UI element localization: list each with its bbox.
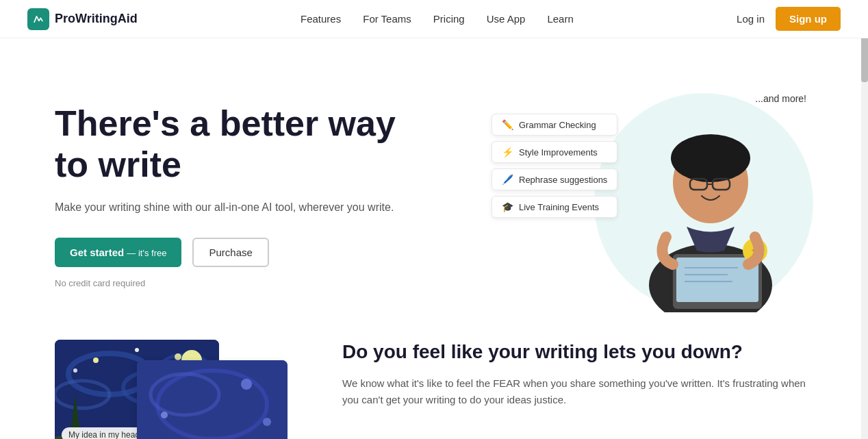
- nav-link-use-app[interactable]: Use App: [487, 13, 526, 25]
- signup-button[interactable]: Sign up: [776, 7, 841, 31]
- feature-card-rephrase: 🖊️ Rephrase suggestions: [492, 168, 617, 190]
- nav-link-pricing[interactable]: Pricing: [433, 13, 465, 25]
- feature-cards: ✏️ Grammar Checking ⚡ Style Improvements…: [492, 114, 617, 218]
- nav-link-features[interactable]: Features: [301, 13, 341, 25]
- hero-buttons: Get started — it's free Purchase: [55, 238, 411, 267]
- hero-title: There's a better way to write: [55, 103, 411, 186]
- feature-card-grammar: ✏️ Grammar Checking: [492, 114, 617, 136]
- second-section: My idea in my head Do you feel like your…: [0, 340, 868, 439]
- logo-text: ProWritingAid: [55, 12, 138, 26]
- svg-point-30: [241, 379, 252, 390]
- get-started-note: — it's free: [127, 248, 166, 258]
- nav-link-learn[interactable]: Learn: [547, 13, 573, 25]
- hero-no-cc-note: No credit card required: [55, 278, 411, 288]
- nav-item-learn[interactable]: Learn: [547, 13, 573, 25]
- login-button[interactable]: Log in: [737, 13, 765, 25]
- navbar: ProWritingAid Features For Teams Pricing…: [0, 0, 868, 38]
- nav-item-pricing[interactable]: Pricing: [433, 13, 465, 25]
- idea-badge: My idea in my head: [62, 427, 146, 439]
- feature-card-style: ⚡ Style Improvements: [492, 141, 617, 163]
- nav-actions: Log in Sign up: [737, 7, 841, 31]
- nav-item-features[interactable]: Features: [301, 13, 341, 25]
- page-scrollbar[interactable]: [861, 0, 868, 439]
- grammar-label: Grammar Checking: [519, 120, 596, 130]
- hero-person-illustration: ✦: [622, 93, 800, 312]
- svg-point-20: [175, 353, 181, 360]
- svg-point-31: [161, 412, 168, 418]
- hero-illustration: ...and more! ✏️ Grammar Checking ⚡ Style…: [485, 79, 813, 312]
- nav-links: Features For Teams Pricing Use App Learn: [301, 13, 574, 25]
- hero-subtitle: Make your writing shine with our all-in-…: [55, 199, 411, 216]
- hero-right: ...and more! ✏️ Grammar Checking ⚡ Style…: [485, 79, 813, 312]
- training-label: Live Training Events: [519, 202, 599, 212]
- svg-point-21: [135, 348, 139, 352]
- purchase-button[interactable]: Purchase: [192, 238, 268, 267]
- get-started-button[interactable]: Get started — it's free: [55, 238, 181, 267]
- style-icon: ⚡: [502, 147, 513, 158]
- section-text: We know what it's like to feel the FEAR …: [342, 375, 813, 408]
- section-title: Do you feel like your writing lets you d…: [342, 340, 813, 364]
- hero-section: There's a better way to write Make your …: [0, 38, 868, 340]
- get-started-label: Get started: [70, 247, 127, 258]
- section-image-left: My idea in my head: [55, 340, 288, 439]
- logo[interactable]: ProWritingAid: [27, 8, 138, 30]
- hero-left: There's a better way to write Make your …: [55, 103, 411, 288]
- feature-card-training: 🎓 Live Training Events: [492, 196, 617, 218]
- svg-point-32: [263, 418, 271, 426]
- svg-point-23: [73, 368, 77, 373]
- logo-icon: [27, 8, 49, 30]
- svg-point-19: [93, 358, 99, 363]
- nav-item-for-teams[interactable]: For Teams: [363, 13, 411, 25]
- style-label: Style Improvements: [519, 147, 598, 158]
- rephrase-icon: 🖊️: [502, 174, 513, 185]
- rephrase-label: Rephrase suggestions: [519, 175, 607, 185]
- nav-link-for-teams[interactable]: For Teams: [363, 13, 411, 25]
- nav-item-use-app[interactable]: Use App: [487, 13, 526, 25]
- second-card-svg: [137, 360, 288, 439]
- second-image-card: [137, 360, 288, 439]
- svg-point-3: [671, 134, 750, 182]
- section-right: Do you feel like your writing lets you d…: [342, 340, 813, 408]
- grammar-icon: ✏️: [502, 119, 513, 130]
- training-icon: 🎓: [502, 201, 513, 212]
